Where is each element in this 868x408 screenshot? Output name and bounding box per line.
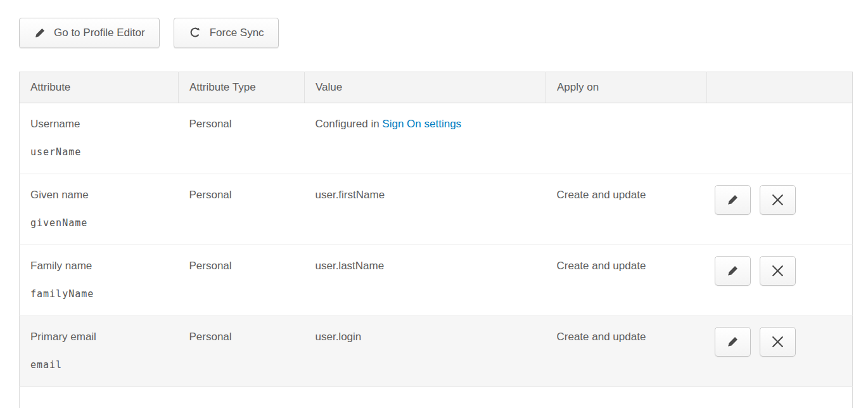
attribute-label: Username <box>30 118 179 131</box>
table-row-partial <box>20 387 853 408</box>
pencil-icon <box>726 335 739 348</box>
value-text: user.login <box>316 331 546 343</box>
attribute-variable: givenName <box>30 217 179 229</box>
table-row-username: Username userName Personal Configured in… <box>20 103 853 174</box>
remove-attribute-button[interactable] <box>760 256 796 286</box>
attribute-cell: Given name givenName <box>20 174 179 245</box>
attribute-mapping-table: Attribute Attribute Type Value Apply on … <box>19 72 852 408</box>
value-text: user.lastName <box>316 260 546 272</box>
attribute-variable: familyName <box>30 288 179 300</box>
toolbar: Go to Profile Editor Force Sync <box>19 18 279 48</box>
partial-row-cell <box>20 387 853 408</box>
attribute-label: Given name <box>30 189 179 201</box>
attribute-cell: Username userName <box>20 103 179 174</box>
go-to-profile-editor-button[interactable]: Go to Profile Editor <box>19 18 160 48</box>
attribute-variable: email <box>30 359 179 371</box>
edit-attribute-button[interactable] <box>715 327 751 357</box>
apply-on-cell: Create and update <box>546 316 707 387</box>
actions-cell <box>707 103 853 174</box>
attribute-type-cell: Personal <box>179 245 305 316</box>
value-cell: user.lastName <box>305 245 546 316</box>
attribute-type-cell: Personal <box>179 316 305 387</box>
attribute-label: Primary email <box>30 331 179 343</box>
attribute-label: Family name <box>30 260 179 272</box>
attribute-type-cell: Personal <box>179 103 305 174</box>
attribute-cell: Family name familyName <box>20 245 179 316</box>
pencil-icon <box>726 264 739 277</box>
column-header-actions <box>707 72 853 103</box>
value-cell: user.firstName <box>305 174 546 245</box>
attribute-type: Personal <box>189 189 305 201</box>
attribute-variable: userName <box>30 146 179 158</box>
attribute-cell: Primary email email <box>20 316 179 387</box>
force-sync-label: Force Sync <box>210 27 264 39</box>
pencil-icon <box>726 193 739 207</box>
force-sync-button[interactable]: Force Sync <box>174 18 279 48</box>
apply-on-text: Create and update <box>557 331 707 343</box>
pencil-icon <box>34 27 46 39</box>
value-cell: Configured in Sign On settings <box>305 103 546 174</box>
column-header-attribute: Attribute <box>20 72 179 103</box>
edit-attribute-button[interactable] <box>715 256 751 286</box>
actions-cell <box>707 174 853 245</box>
column-header-attribute-type: Attribute Type <box>179 72 305 103</box>
close-icon <box>772 336 784 348</box>
actions-cell <box>707 245 853 316</box>
attribute-type: Personal <box>189 118 305 131</box>
remove-attribute-button[interactable] <box>760 327 796 357</box>
actions-cell <box>707 316 853 387</box>
sign-on-settings-link[interactable]: Sign On settings <box>382 118 461 130</box>
refresh-icon <box>188 26 202 40</box>
go-to-profile-editor-label: Go to Profile Editor <box>54 27 145 39</box>
close-icon <box>772 194 784 206</box>
value-text: Configured in <box>316 118 380 130</box>
table-header-row: Attribute Attribute Type Value Apply on <box>20 72 853 103</box>
apply-on-cell <box>546 103 707 174</box>
apply-on-text: Create and update <box>557 189 707 201</box>
remove-attribute-button[interactable] <box>760 185 796 215</box>
attribute-type-cell: Personal <box>179 174 305 245</box>
edit-attribute-button[interactable] <box>715 185 751 215</box>
apply-on-cell: Create and update <box>546 245 707 316</box>
column-header-apply-on: Apply on <box>546 72 707 103</box>
apply-on-cell: Create and update <box>546 174 707 245</box>
value-cell: user.login <box>305 316 546 387</box>
table-row-family-name: Family name familyName Personal user.las… <box>20 245 853 316</box>
attribute-type: Personal <box>189 331 305 343</box>
apply-on-text: Create and update <box>557 260 707 272</box>
attribute-type: Personal <box>189 260 305 272</box>
value-text: user.firstName <box>316 189 546 201</box>
column-header-value: Value <box>305 72 546 103</box>
table-row-primary-email: Primary email email Personal user.login … <box>20 316 853 387</box>
table-row-given-name: Given name givenName Personal user.first… <box>20 174 853 245</box>
close-icon <box>772 265 784 277</box>
